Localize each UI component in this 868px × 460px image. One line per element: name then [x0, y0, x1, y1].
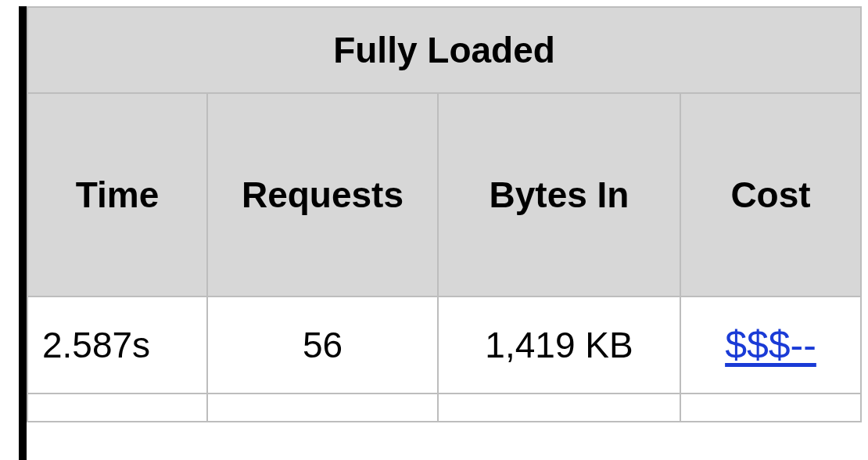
value-cost: $$$--	[680, 296, 861, 394]
group-header-fully-loaded: Fully Loaded	[27, 7, 861, 93]
left-rule	[19, 6, 27, 460]
col-header-bytes-in: Bytes In	[438, 93, 680, 296]
fully-loaded-metrics-table: Fully Loaded Time Requests Bytes In Cost…	[27, 6, 862, 422]
table-row: 2.587s 56 1,419 KB $$$--	[27, 296, 861, 394]
table-column-header-row: Time Requests Bytes In Cost	[27, 93, 861, 296]
peek-cell	[207, 394, 438, 422]
table-group-header-row: Fully Loaded	[27, 7, 861, 93]
peek-cell	[438, 394, 680, 422]
cost-link[interactable]: $$$--	[725, 323, 816, 367]
col-header-requests: Requests	[207, 93, 438, 296]
table-row	[27, 394, 861, 422]
value-time: 2.587s	[27, 296, 207, 394]
col-header-time: Time	[27, 93, 207, 296]
value-bytes-in: 1,419 KB	[438, 296, 680, 394]
peek-cell	[680, 394, 861, 422]
peek-cell	[27, 394, 207, 422]
value-requests: 56	[207, 296, 438, 394]
col-header-cost: Cost	[680, 93, 861, 296]
